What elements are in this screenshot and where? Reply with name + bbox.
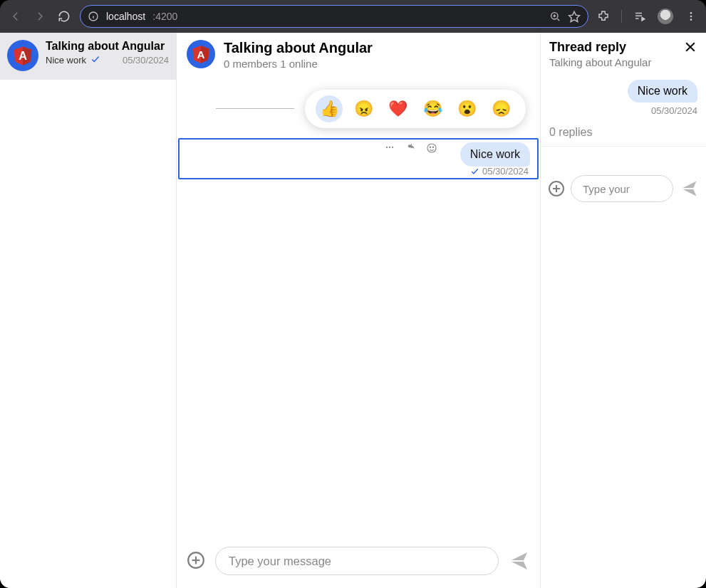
svg-point-26	[432, 147, 433, 147]
check-icon	[90, 54, 100, 66]
angular-icon: A	[12, 45, 33, 66]
app-root: A Talking about Angular Nice work 05/30/…	[0, 33, 706, 588]
channel-list-sidebar: A Talking about Angular Nice work 05/30/…	[0, 33, 177, 588]
thread-header: Thread reply Talking about Angular	[541, 33, 706, 73]
toolbar-divider	[621, 10, 622, 23]
message-timestamp: 05/30/2024	[470, 166, 529, 177]
svg-point-25	[430, 147, 430, 147]
close-icon	[683, 40, 697, 54]
svg-point-21	[386, 147, 388, 148]
svg-line-6	[557, 19, 559, 21]
address-bar[interactable]: localhost:4200	[80, 5, 588, 28]
reload-button[interactable]	[56, 8, 73, 25]
info-icon	[88, 11, 99, 22]
reaction-angry[interactable]: 😠	[350, 95, 377, 122]
channel-list-item[interactable]: A Talking about Angular Nice work 05/30/…	[0, 33, 176, 80]
send-icon	[507, 550, 530, 572]
chat-subtitle: 0 members 1 online	[224, 58, 373, 70]
svg-point-14	[690, 19, 692, 21]
send-icon	[679, 179, 699, 199]
svg-point-13	[690, 16, 692, 18]
channel-preview: Nice work	[46, 55, 86, 65]
reaction-laugh[interactable]: 😂	[419, 95, 446, 122]
thread-attach-button[interactable]	[548, 180, 565, 197]
extensions-icon[interactable]	[596, 9, 611, 24]
forward-button[interactable]	[31, 8, 48, 25]
thread-composer	[541, 147, 706, 209]
svg-point-23	[392, 147, 393, 148]
emoji-icon[interactable]	[426, 142, 437, 156]
channel-date: 05/30/2024	[123, 55, 169, 65]
plus-circle-icon	[548, 180, 565, 197]
thread-message-input[interactable]	[571, 175, 673, 202]
thread-send-button[interactable]	[679, 179, 699, 199]
svg-point-22	[389, 147, 390, 148]
check-icon	[470, 167, 479, 176]
thread-panel: Thread reply Talking about Angular Nice …	[541, 33, 706, 588]
replies-count: 0 replies	[541, 116, 706, 147]
chat-header: A Talking about Angular 0 members 1 onli…	[177, 33, 540, 73]
message-actions	[383, 142, 437, 156]
chat-title: Talking about Angular	[224, 40, 373, 56]
svg-marker-11	[642, 18, 645, 21]
thread-subtitle: Talking about Angular	[549, 56, 697, 68]
plus-circle-icon	[187, 551, 205, 569]
angular-icon: A	[191, 44, 211, 64]
reaction-wow[interactable]: 😮	[453, 95, 480, 122]
send-button[interactable]	[507, 550, 530, 572]
attach-button[interactable]	[187, 551, 207, 571]
more-icon[interactable]	[383, 142, 396, 156]
reaction-heart[interactable]: ❤️	[385, 95, 412, 122]
svg-text:A: A	[19, 49, 27, 62]
message-list: 👍 😠 ❤️ 😂 😮 😞	[177, 73, 540, 537]
profile-avatar[interactable]	[658, 9, 673, 24]
message-input[interactable]	[215, 547, 499, 575]
main-composer	[177, 537, 540, 588]
reply-icon[interactable]	[405, 142, 417, 156]
star-icon[interactable]	[568, 10, 581, 23]
back-button[interactable]	[7, 8, 24, 25]
thread-parent-date: 05/30/2024	[651, 105, 697, 116]
reaction-thumbs-up[interactable]: 👍	[316, 95, 343, 122]
kebab-menu-icon[interactable]	[683, 9, 699, 24]
svg-point-24	[427, 144, 436, 152]
channel-title: Talking about Angular	[46, 40, 169, 53]
svg-point-12	[690, 12, 692, 14]
media-icon[interactable]	[632, 9, 648, 24]
reaction-picker: 👍 😠 ❤️ 😂 😮 😞	[305, 90, 526, 128]
url-host: localhost	[106, 11, 145, 22]
chat-main: A Talking about Angular 0 members 1 onli…	[177, 33, 541, 588]
thread-parent-message: Nice work	[628, 80, 697, 103]
svg-marker-7	[569, 11, 580, 21]
reaction-sad[interactable]: 😞	[488, 95, 515, 122]
browser-actions	[596, 9, 699, 24]
message-bubble: Nice work	[460, 142, 530, 167]
close-thread-button[interactable]	[683, 40, 699, 56]
header-avatar: A	[187, 40, 215, 68]
browser-toolbar: localhost:4200	[0, 0, 706, 33]
date-divider	[216, 108, 294, 109]
message-selected[interactable]: Nice work 05/30/2024	[178, 138, 539, 179]
channel-avatar: A	[7, 40, 38, 71]
svg-text:A: A	[197, 48, 205, 61]
zoom-icon[interactable]	[549, 11, 561, 22]
url-port: :4200	[152, 11, 177, 22]
thread-title: Thread reply	[549, 40, 697, 55]
